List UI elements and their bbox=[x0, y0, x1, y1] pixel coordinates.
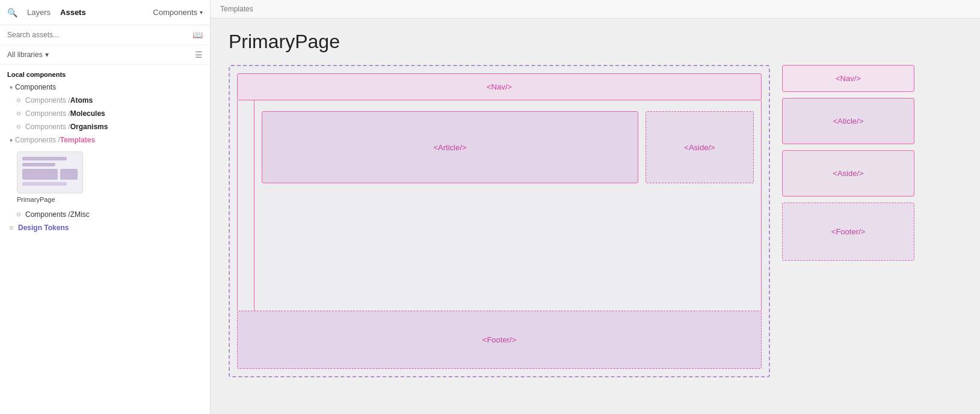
wireframe-container: <Nav/> <Article/> <Aside/> <Footer/> <Na… bbox=[229, 65, 962, 377]
wf-sec-article: <Aticle/> bbox=[782, 98, 914, 144]
book-icon[interactable]: 📖 bbox=[193, 30, 203, 40]
thumb-line-1 bbox=[22, 157, 67, 160]
wf-body: <Article/> <Aside/> bbox=[237, 100, 762, 311]
dot-icon bbox=[17, 213, 20, 216]
wf-sec-nav: <Nav/> bbox=[782, 65, 914, 92]
secondary-wireframe: <Nav/> <Aticle/> <Aside/> <Footer/> bbox=[782, 65, 914, 261]
tab-layers[interactable]: Layers bbox=[27, 5, 51, 19]
library-chevron-icon: ▾ bbox=[45, 50, 49, 59]
local-components-title: Local components bbox=[0, 65, 210, 81]
component-thumb[interactable] bbox=[17, 151, 83, 193]
tab-components-label: Components bbox=[153, 8, 197, 17]
search-bar: 📖 bbox=[0, 25, 210, 45]
sidebar-item-templates[interactable]: ▾ Components / Templates bbox=[0, 133, 210, 147]
wf-sidebar-left bbox=[238, 100, 254, 311]
wf-sec-footer: <Footer/> bbox=[782, 202, 914, 261]
dot-icon bbox=[17, 112, 20, 115]
sidebar-item-design-tokens[interactable]: Design Tokens bbox=[0, 221, 210, 234]
dot-icon bbox=[10, 226, 13, 230]
design-tokens-label: Design Tokens bbox=[18, 224, 69, 232]
dot-icon bbox=[17, 99, 20, 102]
wf-footer: <Footer/> bbox=[237, 311, 762, 369]
list-icon[interactable]: ☰ bbox=[195, 50, 203, 59]
thumb-line-2 bbox=[22, 163, 55, 166]
wf-aside: <Aside/> bbox=[646, 111, 754, 183]
chevron-down-icon: ▾ bbox=[200, 9, 203, 16]
sidebar-item-zmisc[interactable]: Components / ZMisc bbox=[0, 208, 210, 221]
component-thumbnail-section: PrimaryPage bbox=[0, 147, 210, 208]
page-title: PrimaryPage bbox=[229, 31, 962, 53]
sidebar-item-molecules[interactable]: Components / Molecules bbox=[0, 107, 210, 120]
all-libraries-button[interactable]: All libraries ▾ bbox=[7, 50, 49, 59]
canvas-area: PrimaryPage <Nav/> <Article/> <Aside/> <… bbox=[211, 19, 980, 414]
thumbnail-label: PrimaryPage bbox=[17, 196, 203, 203]
search-input[interactable] bbox=[7, 31, 188, 39]
wf-nav: <Nav/> bbox=[237, 73, 762, 100]
caret-icon: ▾ bbox=[10, 137, 13, 144]
wf-content-area: <Article/> <Aside/> bbox=[254, 100, 761, 311]
sidebar: 🔍 Layers Assets Components ▾ 📖 All libra… bbox=[0, 0, 211, 414]
tab-assets[interactable]: Assets bbox=[60, 5, 86, 19]
sidebar-item-components[interactable]: ▾ Components bbox=[0, 81, 210, 94]
all-libraries-label: All libraries bbox=[7, 50, 43, 59]
library-header: All libraries ▾ ☰ bbox=[0, 45, 210, 65]
tab-bar: 🔍 Layers Assets Components ▾ bbox=[0, 0, 210, 25]
main-canvas: Templates PrimaryPage <Nav/> <Article/> … bbox=[211, 0, 980, 414]
wf-sec-aside: <Aside/> bbox=[782, 150, 914, 196]
main-wireframe: <Nav/> <Article/> <Aside/> <Footer/> bbox=[229, 65, 770, 377]
local-components-section: Local components ▾ Components Components… bbox=[0, 65, 210, 234]
wf-article: <Article/> bbox=[262, 111, 638, 183]
canvas-breadcrumb: Templates bbox=[211, 0, 980, 19]
breadcrumb-text: Templates bbox=[220, 5, 253, 13]
caret-icon: ▾ bbox=[10, 84, 13, 91]
dot-icon bbox=[17, 125, 20, 129]
tab-components[interactable]: Components ▾ bbox=[153, 8, 203, 17]
components-label: Components bbox=[15, 83, 56, 91]
sidebar-item-organisms[interactable]: Components / Organisms bbox=[0, 120, 210, 133]
search-icon[interactable]: 🔍 bbox=[7, 8, 17, 17]
thumb-line-3 bbox=[22, 182, 67, 186]
sidebar-item-atoms[interactable]: Components / Atoms bbox=[0, 94, 210, 107]
